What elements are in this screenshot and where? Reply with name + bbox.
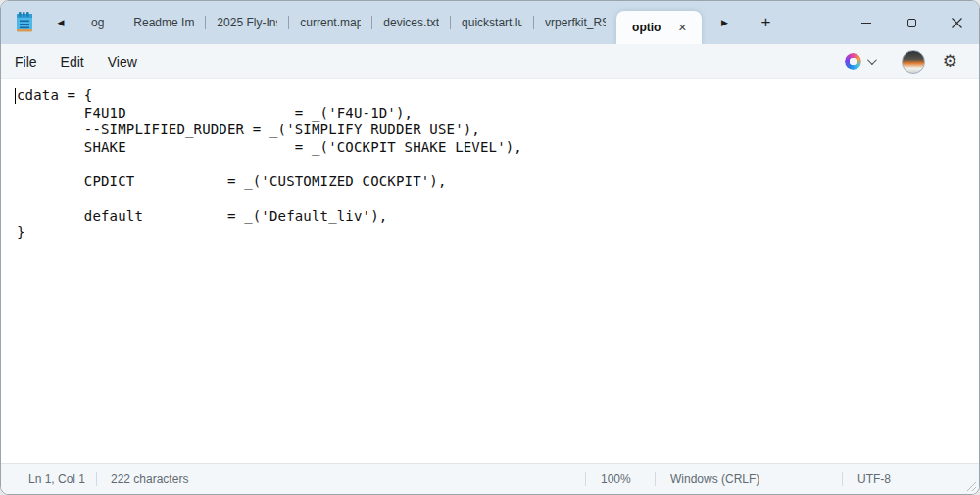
titlebar-drag-area xyxy=(782,1,844,44)
menu-edit[interactable]: Edit xyxy=(49,48,96,75)
text-editor-area[interactable]: cdata = { F4U1D = _('F4U-1D'), --SIMPLIF… xyxy=(1,79,979,463)
code-line: --SIMPLIFIED_RUDDER = _('SIMPLIFY RUDDER… xyxy=(17,122,979,139)
zoom-level[interactable]: 100% xyxy=(586,472,655,486)
tab-label: vrperfkit_RS xyxy=(545,16,606,29)
tab-quickstart-lu[interactable]: quickstart.lu xyxy=(451,1,533,44)
tab-label: optio xyxy=(632,21,661,34)
resize-grip[interactable] xyxy=(965,480,977,492)
gear-icon: ⚙ xyxy=(943,52,957,71)
new-tab-button[interactable]: + xyxy=(749,1,782,44)
document-content: cdata = { F4U1D = _('F4U-1D'), --SIMPLIF… xyxy=(1,79,979,242)
tab-strip: og Readme Imp 2025 Fly-Ins. current.map … xyxy=(74,1,702,44)
maximize-button[interactable] xyxy=(889,1,934,44)
code-line: cdata = { xyxy=(17,87,979,105)
close-button[interactable] xyxy=(934,1,979,44)
close-icon xyxy=(952,18,962,28)
menubar-right-icons: ⚙ xyxy=(839,50,965,74)
tab-readme[interactable]: Readme Imp xyxy=(122,1,205,44)
code-line: default = _('Default_liv'), xyxy=(17,208,979,225)
copilot-icon xyxy=(845,53,861,70)
code-line xyxy=(17,190,979,208)
chevron-down-icon xyxy=(867,55,877,65)
tab-2025-fly-ins[interactable]: 2025 Fly-Ins. xyxy=(206,1,288,44)
account-avatar[interactable] xyxy=(902,50,925,74)
tab-label: devices.txt xyxy=(383,16,439,29)
settings-button[interactable]: ⚙ xyxy=(943,53,957,70)
code-line: } xyxy=(17,224,979,242)
plus-icon: + xyxy=(760,13,770,32)
minimize-button[interactable] xyxy=(844,1,889,44)
scroll-left-icon: ◀ xyxy=(58,18,65,27)
close-icon: ✕ xyxy=(678,22,687,34)
text-caret xyxy=(15,88,16,104)
scroll-tabs-left-button[interactable]: ◀ xyxy=(48,1,74,44)
tab-devices-txt[interactable]: devices.txt xyxy=(372,1,450,44)
code-line: F4U1D = _('F4U-1D'), xyxy=(17,105,979,123)
tab-label: Readme Imp xyxy=(133,16,194,29)
statusbar-right: 100% Windows (CRLF) UTF-8 xyxy=(585,464,979,494)
tab-vrperfkit[interactable]: vrperfkit_RS xyxy=(534,1,616,44)
cursor-position: Ln 1, Col 1 xyxy=(1,472,96,486)
menu-view[interactable]: View xyxy=(96,48,149,75)
app-icon-wrap xyxy=(1,1,48,44)
copilot-button[interactable] xyxy=(839,53,880,70)
scroll-tabs-right-button[interactable]: ▶ xyxy=(711,1,737,44)
encoding-indicator[interactable]: UTF-8 xyxy=(843,472,979,486)
tab-optio-active[interactable]: optio ✕ xyxy=(616,11,702,44)
code-line xyxy=(17,156,979,173)
tab-og[interactable]: og xyxy=(74,1,122,44)
menubar: File Edit View ⚙ xyxy=(1,44,979,79)
notepad-window: ◀ og Readme Imp 2025 Fly-Ins. current.ma… xyxy=(0,0,980,495)
menu-file[interactable]: File xyxy=(15,48,49,75)
character-count: 222 characters xyxy=(97,472,188,486)
code-line: CPDICT = _('CUSTOMIZED COCKPIT'), xyxy=(17,173,979,191)
statusbar: Ln 1, Col 1 222 characters 100% Windows … xyxy=(1,463,979,494)
maximize-icon xyxy=(907,19,916,27)
tab-label: current.map xyxy=(300,16,361,29)
tab-label: quickstart.lu xyxy=(462,16,522,29)
code-line: SHAKE = _('COCKPIT SHAKE LEVEL'), xyxy=(17,139,979,157)
tab-label: og xyxy=(91,16,104,29)
tab-label: 2025 Fly-Ins. xyxy=(217,16,277,29)
notepad-app-icon xyxy=(14,11,35,34)
scroll-right-icon: ▶ xyxy=(721,18,728,27)
line-ending-indicator[interactable]: Windows (CRLF) xyxy=(656,472,842,486)
tab-current-map[interactable]: current.map xyxy=(289,1,371,44)
minimize-icon xyxy=(861,23,871,24)
window-controls xyxy=(844,1,979,44)
titlebar: ◀ og Readme Imp 2025 Fly-Ins. current.ma… xyxy=(1,1,979,44)
close-tab-button[interactable]: ✕ xyxy=(674,20,690,35)
